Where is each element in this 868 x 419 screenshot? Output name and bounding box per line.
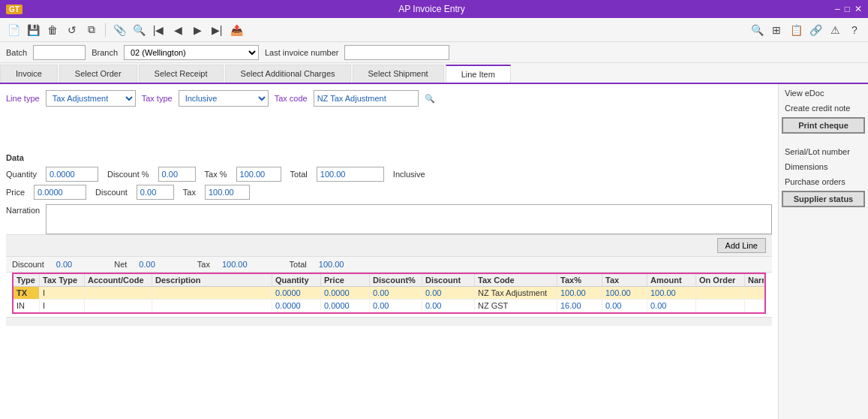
row2-on-order	[696, 300, 745, 312]
line-items-grid: Type Tax Type Account/Code Description Q…	[12, 273, 766, 314]
add-line-button[interactable]: Add Line	[717, 238, 766, 253]
goto-start-icon[interactable]: |◀	[151, 23, 166, 38]
batch-input[interactable]	[33, 45, 86, 60]
discount-total-value: 0.00	[56, 260, 72, 269]
row1-discount-pct: 0.00	[370, 287, 422, 300]
purchase-orders-button[interactable]: Purchase orders	[782, 176, 865, 188]
col-tax-type: Tax Type	[40, 274, 85, 286]
separator	[105, 23, 106, 37]
create-credit-note-button[interactable]: Create credit note	[782, 102, 865, 114]
serial-lot-number-button[interactable]: Serial/Lot number	[782, 146, 865, 158]
batch-bar: Batch Branch 02 (Wellington) Last invoic…	[0, 42, 868, 63]
col-discount: Discount	[422, 274, 475, 286]
col-narration: Narration	[745, 274, 764, 286]
row2-price: 0.0000	[321, 300, 370, 312]
data-title: Data	[6, 153, 772, 162]
toolbar: 📄 💾 🗑 ↺ ⧉ 📎 🔍 |◀ ◀ ▶ ▶| 📤 🔍 ⊞ 📋 🔗 ⚠ ?	[0, 18, 868, 42]
branch-select[interactable]: 02 (Wellington)	[124, 45, 259, 60]
last-invoice-input[interactable]	[344, 45, 449, 60]
spacer	[6, 113, 772, 150]
last-invoice-label: Last invoice number	[265, 48, 338, 57]
col-tax-code: Tax Code	[475, 274, 557, 286]
quantity-input[interactable]	[46, 167, 98, 182]
export-icon[interactable]: 📤	[229, 23, 244, 38]
row1-tax: 100.00	[602, 287, 647, 300]
goto-end-icon[interactable]: ▶|	[209, 23, 224, 38]
discount-label: Discount	[95, 188, 128, 197]
tab-select-order[interactable]: Select Order	[59, 65, 137, 83]
maximize-button[interactable]: □	[845, 4, 850, 14]
col-on-order: On Order	[696, 274, 745, 286]
narration-textarea[interactable]	[46, 204, 772, 234]
row2-tax: 0.00	[602, 300, 647, 312]
view-edoc-button[interactable]: View eDoc	[782, 87, 865, 99]
grid-icon[interactable]: ⊞	[769, 23, 784, 38]
tax-code-label: Tax code	[275, 94, 308, 103]
horizontal-scrollbar[interactable]	[6, 317, 772, 326]
tax-pct-input[interactable]	[236, 167, 281, 182]
row2-discount-pct: 0.00	[370, 300, 422, 312]
tab-bar: Invoice Select Order Select Receipt Sele…	[0, 63, 868, 84]
prev-icon[interactable]: ◀	[170, 23, 185, 38]
tax-total-label: Tax	[197, 260, 210, 269]
help-icon[interactable]: ?	[847, 23, 862, 38]
discount-input[interactable]	[137, 185, 174, 200]
save-icon[interactable]: 💾	[26, 23, 41, 38]
branch-label: Branch	[92, 48, 118, 57]
dimensions-button[interactable]: Dimensions	[782, 161, 865, 173]
tab-select-receipt[interactable]: Select Receipt	[139, 65, 224, 83]
tax-pct-label: Tax %	[205, 170, 227, 179]
col-quantity: Quantity	[272, 274, 321, 286]
next-icon[interactable]: ▶	[190, 23, 205, 38]
row1-tax-pct: 100.00	[557, 287, 602, 300]
tab-invoice[interactable]: Invoice	[0, 65, 58, 83]
row1-on-order	[696, 287, 745, 300]
tax-code-input[interactable]	[314, 90, 419, 107]
line-type-select[interactable]: Tax Adjustment	[46, 90, 136, 107]
narration-row: Narration	[6, 204, 772, 234]
col-amount: Amount	[647, 274, 696, 286]
minimize-button[interactable]: –	[835, 4, 840, 14]
tab-line-item[interactable]: Line Item	[446, 65, 511, 83]
new-icon[interactable]: 📄	[6, 23, 21, 38]
discount-pct-label: Discount %	[107, 170, 149, 179]
tax-type-select[interactable]: Inclusive	[179, 90, 269, 107]
net-label: Net	[114, 260, 127, 269]
tax-label: Tax	[183, 188, 196, 197]
discount-pct-input[interactable]	[158, 167, 196, 182]
link-icon[interactable]: 🔗	[808, 23, 823, 38]
total-label: Total	[290, 170, 308, 179]
grand-total-value: 100.00	[319, 260, 344, 269]
supplier-status-button[interactable]: Supplier status	[782, 191, 865, 207]
copy2-icon[interactable]: 📋	[788, 23, 803, 38]
price-input[interactable]	[34, 185, 86, 200]
warning-icon[interactable]: ⚠	[827, 23, 842, 38]
copy-icon[interactable]: ⧉	[84, 23, 99, 38]
grid-header: Type Tax Type Account/Code Description Q…	[14, 274, 764, 287]
main-content: Line type Tax Adjustment Tax type Inclus…	[0, 84, 868, 419]
batch-label: Batch	[6, 48, 27, 57]
zoom-out-icon[interactable]: 🔍	[749, 23, 764, 38]
price-label: Price	[6, 188, 25, 197]
attach-icon[interactable]: 📎	[112, 23, 127, 38]
search-icon[interactable]: 🔍	[131, 23, 146, 38]
table-row[interactable]: IN I 0.0000 0.0000 0.00 0.00 NZ GST 16.0…	[14, 300, 764, 312]
tax-input[interactable]	[205, 185, 250, 200]
table-row[interactable]: TX I 0.0000 0.0000 0.00 0.00 NZ Tax Adju…	[14, 287, 764, 300]
total-input[interactable]	[317, 167, 384, 182]
add-line-bar: Add Line	[6, 234, 772, 256]
totals-bar: Discount 0.00 Net 0.00 Tax 100.00 Total …	[6, 256, 772, 273]
window-title: AP Invoice Entry	[29, 4, 835, 14]
tax-code-search-icon[interactable]: 🔍	[425, 94, 435, 104]
tab-select-additional-charges[interactable]: Select Additional Charges	[225, 65, 351, 83]
line-type-row: Line type Tax Adjustment Tax type Inclus…	[6, 90, 772, 107]
delete-icon[interactable]: 🗑	[45, 23, 60, 38]
net-value: 0.00	[139, 260, 155, 269]
print-cheque-button[interactable]: Print cheque	[782, 117, 865, 134]
close-button[interactable]: ✕	[854, 4, 862, 14]
refresh-icon[interactable]: ↺	[65, 23, 80, 38]
form-area: Line type Tax Adjustment Tax type Inclus…	[0, 84, 778, 419]
tab-select-shipment[interactable]: Select Shipment	[353, 65, 444, 83]
row1-quantity: 0.0000	[272, 287, 321, 300]
row2-narration	[745, 300, 764, 312]
